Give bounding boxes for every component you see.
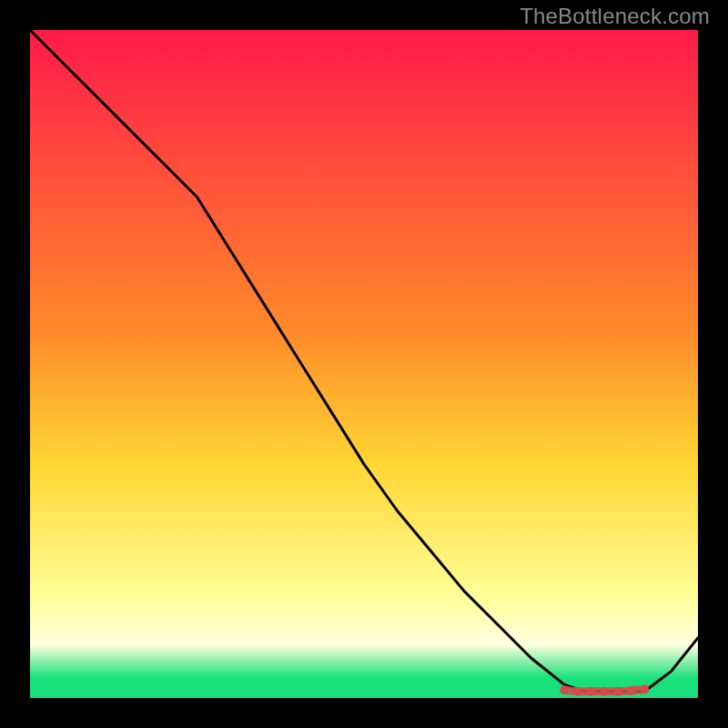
optimal-zone-marker	[640, 685, 649, 694]
optimal-zone-marker	[627, 686, 636, 695]
optimal-zone-marker	[600, 687, 609, 696]
optimal-zone-marker	[587, 687, 596, 696]
chart-svg	[30, 30, 698, 698]
chart-frame: TheBottleneck.com	[0, 0, 728, 728]
optimal-zone-marker	[613, 687, 622, 696]
plot-area	[30, 30, 698, 698]
optimal-zone-marker	[560, 685, 569, 694]
watermark-text: TheBottleneck.com	[520, 4, 710, 29]
optimal-zone-marker	[573, 687, 582, 696]
